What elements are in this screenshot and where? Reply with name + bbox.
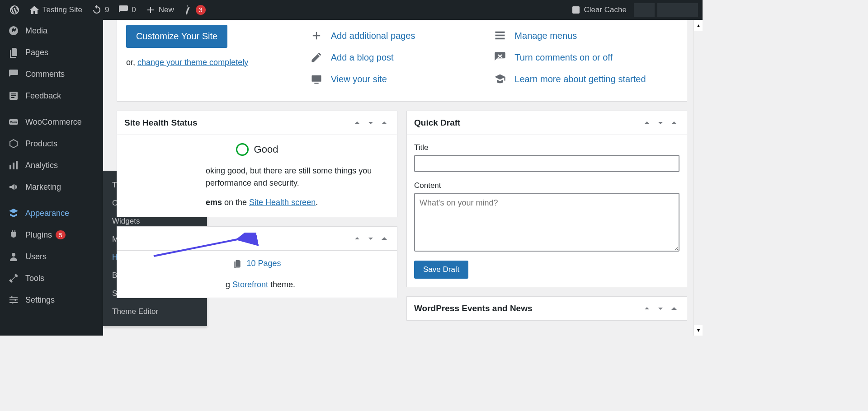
events-title: WordPress Events and News bbox=[414, 304, 639, 313]
manage-menus-link[interactable]: Manage menus bbox=[514, 31, 577, 41]
svg-rect-20 bbox=[495, 35, 505, 37]
menu-settings[interactable]: Settings bbox=[0, 289, 103, 311]
yoast-icon bbox=[183, 5, 194, 15]
chevron-down-icon[interactable] bbox=[655, 303, 666, 314]
updates[interactable]: 9 bbox=[87, 0, 113, 20]
feedback-icon bbox=[8, 90, 19, 101]
health-desc2: performance and security. bbox=[206, 177, 390, 189]
aag-pages-link[interactable]: 10 Pages bbox=[246, 259, 281, 268]
chevron-up-icon[interactable] bbox=[352, 117, 363, 128]
menu-pages[interactable]: Pages bbox=[0, 42, 103, 63]
toggle-up-icon[interactable] bbox=[669, 117, 679, 128]
svg-rect-17 bbox=[311, 75, 321, 82]
menu-feedback[interactable]: Feedback bbox=[0, 85, 103, 107]
clear-cache[interactable]: Clear Cache bbox=[566, 0, 632, 20]
draft-title-input[interactable] bbox=[414, 155, 679, 172]
comment-icon bbox=[118, 5, 129, 15]
toggle-up-icon[interactable] bbox=[669, 303, 679, 314]
scrollbar-track[interactable] bbox=[693, 31, 703, 325]
toggle-up-icon[interactable] bbox=[379, 117, 390, 128]
scrollbar-up[interactable]: ▴ bbox=[693, 20, 703, 31]
health-items: ems bbox=[206, 198, 222, 207]
menu-marketing[interactable]: Marketing bbox=[0, 176, 103, 198]
chevron-up-icon[interactable] bbox=[642, 117, 652, 128]
site-home[interactable]: Testing Site bbox=[24, 0, 87, 20]
wp-logo[interactable] bbox=[5, 0, 24, 20]
media-icon bbox=[8, 25, 19, 36]
plugins-count-badge: 5 bbox=[56, 230, 66, 239]
menu-users[interactable]: Users bbox=[0, 246, 103, 267]
menu-comments[interactable]: Comments bbox=[0, 63, 103, 85]
site-name: Testing Site bbox=[42, 5, 82, 14]
home-icon bbox=[29, 5, 40, 15]
comments-toggle-link[interactable]: Turn comments on or off bbox=[514, 52, 613, 63]
new-label: New bbox=[159, 5, 174, 14]
quick-draft-title: Quick Draft bbox=[414, 118, 639, 128]
menu-users-label: Users bbox=[25, 252, 47, 262]
admin-bar-slot-1[interactable] bbox=[634, 3, 655, 17]
aag-pages: 10 Pages bbox=[233, 259, 281, 268]
health-indicator: Good bbox=[236, 143, 278, 156]
menu-products[interactable]: Products bbox=[0, 133, 103, 154]
plus-icon bbox=[145, 5, 156, 15]
add-post-link[interactable]: Add a blog post bbox=[331, 52, 394, 63]
tools-icon bbox=[8, 273, 19, 284]
svg-rect-18 bbox=[314, 83, 318, 84]
add-pages-link[interactable]: Add additional pages bbox=[331, 31, 415, 41]
change-theme-link[interactable]: change your theme completely bbox=[137, 58, 248, 67]
svg-rect-7 bbox=[9, 165, 11, 169]
svg-point-10 bbox=[12, 253, 15, 257]
comments-off-icon bbox=[494, 51, 506, 64]
menu-analytics[interactable]: Analytics bbox=[0, 154, 103, 176]
or-change-theme: or, change your theme completely bbox=[126, 58, 310, 67]
menu-appearance[interactable]: Appearance bbox=[0, 202, 103, 224]
woocommerce-icon: Woo bbox=[8, 117, 19, 127]
menu-media[interactable]: Media bbox=[0, 20, 103, 42]
view-site-link[interactable]: View your site bbox=[331, 74, 387, 84]
yoast[interactable]: 3 bbox=[179, 0, 210, 20]
new-content[interactable]: New bbox=[141, 0, 179, 20]
menu-icon bbox=[494, 29, 506, 42]
scrollbar-down[interactable]: ▾ bbox=[693, 325, 703, 336]
learn-icon bbox=[494, 73, 506, 85]
yoast-count-badge: 3 bbox=[196, 5, 206, 15]
health-label: Good bbox=[254, 144, 278, 155]
menu-settings-label: Settings bbox=[25, 295, 55, 305]
save-draft-button[interactable]: Save Draft bbox=[414, 261, 468, 279]
comments-count: 0 bbox=[132, 5, 136, 14]
customize-site-button[interactable]: Customize Your Site bbox=[126, 25, 227, 48]
draft-content-textarea[interactable] bbox=[414, 193, 679, 252]
clear-cache-label: Clear Cache bbox=[584, 5, 627, 14]
site-health-link[interactable]: Site Health screen bbox=[249, 198, 316, 207]
update-icon bbox=[91, 5, 102, 15]
aag-theme-link[interactable]: Storefront bbox=[232, 280, 268, 289]
settings-icon bbox=[8, 294, 19, 305]
site-health-title: Site Health Status bbox=[124, 118, 349, 128]
edit-icon bbox=[310, 51, 323, 64]
menu-analytics-label: Analytics bbox=[25, 161, 58, 170]
plus-icon bbox=[310, 29, 323, 42]
comments-icon bbox=[8, 69, 19, 79]
svg-rect-3 bbox=[11, 95, 16, 96]
chevron-down-icon[interactable] bbox=[365, 117, 376, 128]
menu-woocommerce[interactable]: Woo WooCommerce bbox=[0, 111, 103, 133]
chevron-up-icon[interactable] bbox=[642, 303, 652, 314]
menu-plugins[interactable]: Plugins 5 bbox=[0, 224, 103, 246]
chevron-up-icon[interactable] bbox=[352, 233, 363, 244]
svg-rect-4 bbox=[11, 97, 14, 98]
toggle-up-icon[interactable] bbox=[379, 233, 390, 244]
learn-more-link[interactable]: Learn more about getting started bbox=[514, 74, 646, 84]
analytics-icon bbox=[8, 160, 19, 171]
updates-count: 9 bbox=[105, 5, 109, 14]
menu-tools[interactable]: Tools bbox=[0, 267, 103, 289]
comments[interactable]: 0 bbox=[113, 0, 140, 20]
draft-content-label: Content bbox=[414, 181, 679, 190]
at-a-glance-box: 10 Pages g Storefront theme. bbox=[117, 226, 397, 298]
wordpress-icon bbox=[9, 5, 20, 15]
svg-rect-12 bbox=[9, 299, 18, 300]
chevron-down-icon[interactable] bbox=[655, 117, 666, 128]
admin-bar-slot-2[interactable] bbox=[657, 3, 698, 17]
chevron-down-icon[interactable] bbox=[365, 233, 376, 244]
svg-point-14 bbox=[11, 296, 13, 298]
view-icon bbox=[310, 73, 323, 85]
